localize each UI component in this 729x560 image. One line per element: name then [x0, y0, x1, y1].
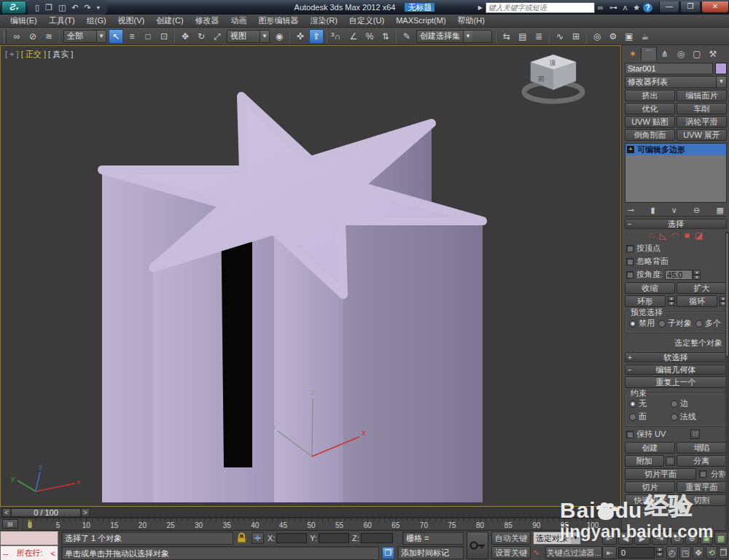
region-zoom-icon[interactable]: ◳ — [679, 546, 691, 559]
modifier-button-bevel-profile[interactable]: 倒角剖面 — [625, 129, 675, 141]
select-and-scale-icon[interactable]: ⤢ — [210, 29, 225, 44]
make-unique-icon[interactable]: ∨ — [671, 206, 677, 215]
menu-help[interactable]: 帮助(H) — [452, 15, 491, 27]
hierarchy-tab-icon[interactable]: ⋔ — [657, 47, 673, 61]
named-selection-sets-dropdown[interactable]: 创建选择集 ▼ — [416, 30, 492, 43]
time-slider-track[interactable]: < 0 / 100 > — [1, 508, 620, 518]
preview-subobj-radio[interactable] — [658, 320, 666, 327]
preview-disable-radio[interactable] — [629, 320, 636, 327]
loop-button[interactable]: 循环 — [677, 295, 717, 307]
attach-list-icon[interactable]: □ — [666, 456, 675, 466]
maximize-viewport-toggle-icon[interactable]: ❒ — [719, 546, 728, 559]
bind-to-space-warp-icon[interactable]: ≋ — [42, 29, 56, 44]
toolbar-grip[interactable] — [4, 30, 7, 43]
modifier-list-dropdown[interactable]: 修改器列表 ▼ — [625, 76, 727, 88]
save-file-icon[interactable]: ◫ — [58, 3, 66, 12]
maxscript-listener-pane[interactable]: -- 所在行: < — [0, 545, 58, 560]
ring-spinner[interactable]: ▲▼ — [668, 296, 675, 306]
qat-options-icon[interactable]: ▾ — [97, 4, 100, 11]
search-input[interactable] — [486, 2, 595, 13]
auto-key-button[interactable]: 自动关键点 — [491, 532, 531, 545]
selection-lock-icon[interactable] — [236, 532, 247, 545]
rectangular-selection-region-icon[interactable]: □ — [141, 29, 155, 44]
unlink-selection-icon[interactable]: ⊘ — [26, 29, 40, 44]
minimize-button[interactable]: — — [659, 1, 679, 13]
select-and-manipulate-icon[interactable]: ✜ — [293, 29, 308, 44]
y-coord-field[interactable] — [319, 533, 349, 543]
mirror-icon[interactable]: ⇆ — [499, 29, 514, 44]
modifier-stack[interactable]: + 可编辑多边形 — [625, 143, 727, 203]
by-vertex-checkbox[interactable] — [626, 245, 634, 252]
create-button[interactable]: 创建 — [625, 442, 675, 454]
material-editor-icon[interactable]: ◎ — [590, 29, 604, 44]
open-mini-curve-editor-button[interactable]: ▤ — [2, 519, 18, 529]
menu-animation[interactable]: 动画 — [225, 15, 253, 27]
rollout-soft-selection[interactable]: + 软选择 — [625, 352, 727, 362]
modifier-button-extrude[interactable]: 挤出 — [625, 90, 675, 101]
object-name-field[interactable]: Star001 — [625, 63, 713, 74]
orbit-icon[interactable]: ⟲ — [706, 546, 717, 559]
menu-maxscript[interactable]: MAXScript(M) — [390, 15, 451, 27]
current-frame-field[interactable]: 0 — [618, 547, 655, 559]
attach-button[interactable]: 附加 — [625, 455, 664, 467]
repeat-last-button[interactable]: 重复上一个 — [625, 376, 727, 388]
menu-rendering[interactable]: 渲染(R) — [305, 15, 343, 27]
utilities-tab-icon[interactable]: ⚒ — [705, 47, 721, 61]
select-and-rotate-icon[interactable]: ↻ — [194, 29, 208, 44]
selection-filter-dropdown[interactable]: 全部 ▼ — [63, 30, 106, 43]
select-and-link-icon[interactable]: ∞ — [9, 29, 24, 44]
percent-snap-icon[interactable]: % — [362, 29, 377, 44]
viewport-menu-view[interactable]: [ 正交 ] — [21, 50, 46, 58]
maximize-button[interactable]: ❐ — [680, 1, 701, 13]
constraint-normal-radio[interactable] — [671, 413, 678, 421]
rendered-frame-window-icon[interactable]: ▣ — [622, 29, 636, 44]
add-time-tag[interactable]: 添加时间标记 — [397, 546, 464, 559]
select-object-icon[interactable]: ↖ — [109, 29, 123, 44]
application-menu-button[interactable]: Ƨ▾ — [1, 1, 26, 14]
align-icon[interactable]: ▤ — [515, 29, 530, 44]
zoom-icon[interactable]: ⊙ — [671, 532, 684, 545]
render-setup-icon[interactable]: ⚙ — [606, 29, 620, 44]
viewport-menu-shading[interactable]: [ 真实 ] — [48, 50, 73, 58]
new-file-icon[interactable]: ▯ — [35, 3, 39, 12]
window-crossing-icon[interactable]: ⊡ — [157, 29, 171, 44]
menu-create[interactable]: 创建(C) — [150, 15, 189, 27]
slice-plane-button[interactable]: 切片平面 — [625, 468, 696, 480]
create-tab-icon[interactable]: ✶ — [625, 47, 641, 61]
panel-scrollbar-thumb[interactable] — [725, 233, 729, 357]
modifier-button-lathe[interactable]: 车削 — [677, 103, 727, 114]
panel-scrollbar[interactable] — [725, 231, 729, 530]
edge-icon[interactable]: ◺ — [660, 231, 666, 240]
isolate-selection-icon[interactable]: ❒ — [382, 547, 394, 559]
grow-button[interactable]: 扩大 — [677, 282, 727, 294]
zoom-extents-all-icon[interactable]: ▦ — [714, 532, 728, 545]
ignore-backfacing-checkbox[interactable] — [626, 258, 634, 265]
collapse-button[interactable]: 塌陷 — [677, 442, 727, 454]
frame-back-arrow[interactable]: < — [2, 508, 11, 517]
slice-button[interactable]: 切片 — [625, 481, 675, 493]
layer-manager-icon[interactable]: ≣ — [531, 29, 546, 44]
detach-button[interactable]: 分离 — [677, 455, 727, 467]
schematic-view-icon[interactable]: ⊞ — [569, 29, 583, 44]
rollout-edit-geometry[interactable]: − 编辑几何体 — [625, 365, 727, 375]
selection-set-dropdown[interactable]: 选定对象 ▼ — [533, 532, 581, 545]
go-to-end-icon[interactable]: ⇥ — [652, 532, 668, 545]
snaps-toggle-icon[interactable]: 3∩ — [330, 29, 345, 44]
zoom-all-icon[interactable]: ⊕ — [685, 532, 698, 545]
menu-tools[interactable]: 工具(T) — [43, 15, 81, 27]
render-production-icon[interactable]: ☕ — [638, 29, 652, 44]
key-filters-button[interactable]: 关键点过滤器... — [545, 546, 602, 559]
rollout-selection[interactable]: − 选择 — [625, 219, 727, 229]
motion-tab-icon[interactable]: ◎ — [673, 47, 689, 61]
modify-tab-icon[interactable]: ⌒ — [641, 47, 657, 61]
search-flyout-icon[interactable]: ▶ — [478, 4, 483, 11]
frame-forward-arrow[interactable]: > — [81, 508, 90, 517]
menu-edit[interactable]: 编辑(E) — [4, 15, 43, 27]
preserve-uv-settings-icon[interactable]: □ — [690, 429, 700, 439]
modifier-button-edit-patch[interactable]: 编辑面片 — [677, 90, 727, 101]
split-checkbox[interactable] — [699, 470, 706, 478]
constraint-edge-radio[interactable] — [671, 400, 678, 408]
show-end-result-icon[interactable]: ▮ — [650, 206, 655, 215]
angle-snap-icon[interactable]: ∠ — [346, 29, 361, 44]
frame-spinner[interactable]: ▲▼ — [656, 547, 663, 557]
